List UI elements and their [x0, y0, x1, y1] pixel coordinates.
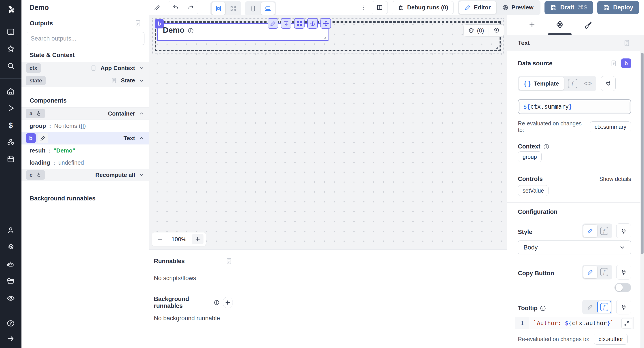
favorites-star-icon[interactable]: [0, 40, 22, 57]
component-settings-tab[interactable]: [546, 15, 574, 35]
style-select[interactable]: Body: [518, 241, 631, 254]
windmill-logo[interactable]: [0, 0, 22, 19]
refresh-count-button[interactable]: (0): [464, 25, 488, 36]
component-b-tag[interactable]: b: [155, 19, 164, 29]
app-canvas[interactable]: Demo b (0): [149, 15, 507, 249]
search-outputs-input[interactable]: [31, 35, 140, 42]
style-fn-button[interactable]: ƒ: [597, 225, 611, 237]
resize-handle-icon[interactable]: [322, 35, 326, 39]
data-source-doc-icon[interactable]: [610, 60, 617, 67]
component-a-row[interactable]: a Container: [22, 107, 149, 120]
bound-component-badge[interactable]: b: [621, 58, 631, 68]
chevron-up-icon[interactable]: [139, 135, 144, 141]
full-width-button[interactable]: [226, 2, 240, 15]
reeval2-pill[interactable]: ctx.author: [594, 334, 628, 345]
schema-book-button[interactable]: [372, 1, 388, 14]
rename-b-pencil-icon[interactable]: [38, 133, 48, 143]
folders-icon[interactable]: [0, 273, 22, 290]
components-title: Components: [22, 97, 149, 104]
mobile-view-button[interactable]: [246, 2, 260, 15]
setvalue-pill[interactable]: setValue: [518, 185, 548, 196]
tooltip-code-editor[interactable]: 1 `Author: ${ctx.author}`: [515, 317, 634, 329]
audit-eye-icon[interactable]: [0, 290, 22, 307]
home-icon[interactable]: [0, 83, 22, 100]
users-person-icon[interactable]: [0, 222, 22, 239]
preview-tab[interactable]: Preview: [496, 1, 539, 14]
draft-button[interactable]: Draft ⌘S: [544, 1, 593, 14]
tooltip-label: Tooltip: [518, 305, 538, 312]
component-c-row[interactable]: c Recompute all: [22, 169, 149, 181]
collapse-arrow-icon[interactable]: [0, 332, 22, 345]
runnables-doc-icon[interactable]: [225, 257, 233, 265]
chevron-down-icon[interactable]: [139, 172, 144, 178]
variables-dollar-icon[interactable]: $: [0, 117, 22, 134]
runs-play-icon[interactable]: [0, 100, 22, 117]
chevron-up-icon[interactable]: [139, 111, 144, 116]
tooltip-plug-button[interactable]: [616, 300, 631, 314]
schedules-calendar-icon[interactable]: [0, 151, 22, 168]
outputs-doc-icon[interactable]: [134, 20, 142, 27]
settings-gear-icon[interactable]: [0, 239, 22, 256]
add-background-runnable-button[interactable]: [223, 297, 233, 308]
copy-fn-button[interactable]: ƒ: [597, 266, 611, 278]
debug-runs-button[interactable]: Debug runs (0): [392, 1, 454, 14]
expand-down-button[interactable]: [281, 18, 291, 29]
info-icon: [543, 143, 550, 150]
copy-plug-button[interactable]: [616, 265, 631, 279]
background-runnables-title: Background runnables: [154, 296, 211, 309]
show-details-link[interactable]: Show details: [599, 176, 631, 182]
more-menu-kebab-icon[interactable]: [359, 2, 368, 13]
undo-button[interactable]: [168, 1, 183, 14]
component-doc-icon[interactable]: [623, 39, 630, 47]
edit-title-pencil-icon[interactable]: [152, 3, 162, 12]
copy-static-button[interactable]: [584, 266, 597, 278]
center-content-button[interactable]: [212, 2, 226, 15]
move-component-button[interactable]: [320, 18, 331, 29]
fullscreen-component-button[interactable]: [294, 18, 304, 29]
resources-cubes-icon[interactable]: [0, 134, 22, 151]
template-mode-button[interactable]: { } Template: [519, 77, 564, 90]
ctx-row[interactable]: ctx App Context: [22, 62, 149, 74]
template-input[interactable]: ${ctx.summary}: [520, 101, 630, 112]
scrollbar-thumb[interactable]: [641, 53, 644, 254]
editor-tab[interactable]: Editor: [459, 1, 496, 14]
desktop-view-button[interactable]: [261, 2, 275, 15]
result-value: "Demo": [54, 147, 75, 154]
connect-plug-button[interactable]: [601, 76, 616, 91]
state-doc-icon[interactable]: [110, 77, 117, 84]
context-group-pill[interactable]: group: [518, 151, 542, 162]
reeval-pill[interactable]: ctx.summary: [590, 121, 631, 132]
apps-icon[interactable]: [0, 23, 22, 40]
workers-robot-icon[interactable]: [0, 256, 22, 273]
braces-icon: { }: [524, 80, 531, 87]
redo-button[interactable]: [183, 1, 198, 14]
function-mode-button[interactable]: ƒ: [566, 77, 580, 90]
plug-icon: [620, 304, 627, 310]
component-b-row[interactable]: b Text: [22, 132, 149, 144]
style-plug-button[interactable]: [616, 224, 631, 238]
expand-editor-button[interactable]: [622, 318, 632, 328]
chevron-down-icon[interactable]: [139, 78, 144, 84]
resize-handle-icon[interactable]: [494, 45, 499, 50]
search-icon[interactable]: [0, 57, 22, 74]
ctx-doc-icon[interactable]: [90, 65, 97, 71]
insert-component-tab[interactable]: [518, 15, 546, 35]
state-row[interactable]: state State: [22, 74, 149, 87]
header-right-cluster: Debug runs (0) Editor Preview Draft ⌘S: [359, 0, 639, 15]
history-button[interactable]: [488, 25, 504, 36]
edit-component-button[interactable]: [268, 18, 278, 29]
paintbrush-icon: [584, 21, 592, 29]
copy-button-toggle[interactable]: [614, 283, 631, 292]
deploy-button[interactable]: Deploy: [597, 1, 639, 14]
zoom-in-button[interactable]: [192, 234, 204, 244]
styling-tab[interactable]: [574, 15, 602, 35]
zoom-out-button[interactable]: [154, 234, 166, 244]
chevron-down-icon[interactable]: [139, 65, 144, 71]
help-icon[interactable]: [0, 315, 22, 332]
style-static-button[interactable]: [584, 225, 597, 237]
code-mode-button[interactable]: <>: [582, 77, 595, 90]
settings-scrollbar[interactable]: [640, 35, 644, 348]
tooltip-static-button[interactable]: [584, 301, 597, 313]
tooltip-fn-button[interactable]: ƒ: [597, 301, 611, 313]
anchor-component-button[interactable]: [307, 18, 318, 29]
